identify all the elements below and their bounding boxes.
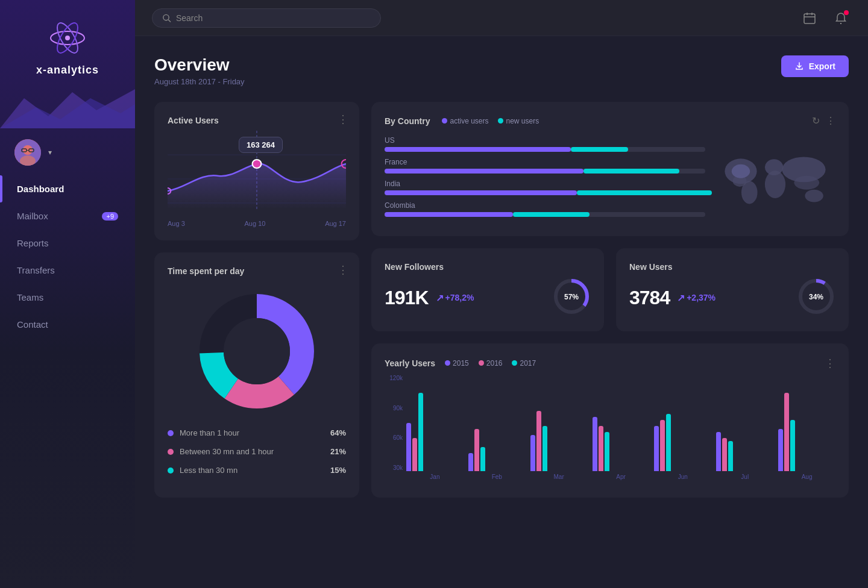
country-bar-active-india (385, 190, 577, 195)
country-bar-active-us (385, 147, 571, 152)
bar-mar-2016 (536, 411, 541, 471)
new-followers-value: 191K (385, 287, 429, 309)
new-users-card: New Users 3784 ↗ +2,37% (616, 248, 849, 331)
bar-group-aug (778, 393, 835, 471)
yearly-users-title: Yearly Users (385, 358, 435, 368)
new-followers-title: New Followers (385, 262, 444, 272)
new-users-value: 3784 (629, 287, 670, 309)
followers-ring-chart: 57% (552, 277, 591, 316)
svg-point-24 (253, 160, 262, 168)
legend-dot-pink (168, 449, 174, 455)
country-bar-track-france (385, 169, 705, 174)
bar-group-mar (530, 411, 588, 471)
users-ring-chart: 34% (797, 277, 835, 316)
country-name-france: France (385, 158, 705, 166)
active-users-card: Active Users ⋮ 163 264 (154, 102, 359, 240)
bar-jun-2016 (660, 420, 665, 471)
bar-feb-2015 (468, 453, 473, 471)
page-title: Overview (154, 55, 245, 75)
bar-feb-2017 (480, 447, 485, 471)
x-label-feb: Feb (468, 474, 526, 480)
sidebar-item-mailbox[interactable]: Mailbox +9 (0, 202, 135, 230)
user-avatar-section[interactable]: ▾ (0, 128, 135, 170)
header (135, 0, 868, 36)
notifications-button[interactable] (831, 8, 851, 28)
legend-pct-2: 15% (330, 466, 346, 475)
sidebar-item-teams[interactable]: Teams (0, 284, 135, 311)
svg-point-30 (224, 318, 290, 384)
svg-point-39 (732, 164, 750, 178)
calendar-button[interactable] (799, 8, 820, 28)
world-map (715, 136, 835, 223)
bar-apr-2015 (593, 417, 597, 471)
bar-aug-2017 (790, 420, 795, 471)
search-input[interactable] (176, 13, 371, 23)
svg-line-13 (168, 19, 171, 22)
country-bar-active-france (385, 169, 583, 174)
bar-group-apr (593, 417, 650, 471)
search-bar[interactable] (152, 8, 381, 28)
header-icons (799, 8, 851, 28)
sidebar-item-reports[interactable]: Reports (0, 230, 135, 257)
by-country-inner: US France (385, 136, 835, 223)
country-bar-track-india (385, 190, 705, 195)
sidebar-item-label: Teams (17, 292, 43, 302)
country-bar-active-colombia (385, 212, 513, 217)
x-label-apr: Apr (593, 474, 650, 480)
country-row-colombia: Colombia (385, 201, 705, 217)
time-spent-title: Time spent per day (168, 266, 244, 276)
bar-apr-2017 (605, 432, 609, 471)
sidebar-item-dashboard[interactable]: Dashboard (0, 175, 135, 202)
country-row-us: US (385, 136, 705, 152)
sidebar-brand: x-analytics (0, 0, 135, 86)
calendar-icon (803, 11, 816, 25)
legend-pct-0: 64% (330, 428, 346, 437)
x-label-mar: Mar (530, 474, 588, 480)
by-country-refresh-icon[interactable]: ↻ (812, 115, 820, 127)
yearly-chart-container: 120k 90k 60k 30k (385, 375, 835, 480)
content: Overview August 18th 2017 - Friday Expor… (135, 36, 868, 588)
country-bar-track-colombia (385, 212, 705, 217)
country-bars: US France (385, 136, 705, 223)
sidebar-item-contact[interactable]: Contact (0, 311, 135, 338)
bar-jul-2015 (716, 432, 721, 471)
page-header: Overview August 18th 2017 - Friday (154, 55, 245, 86)
new-followers-change: ↗ +78,2% (436, 292, 474, 304)
country-bar-new-colombia (513, 212, 590, 217)
by-country-menu-icon[interactable]: ⋮ (826, 115, 835, 127)
time-spent-menu-icon[interactable]: ⋮ (338, 263, 348, 277)
new-users-ring: 34% (797, 277, 835, 318)
sidebar-item-transfers[interactable]: Transfers (0, 257, 135, 284)
sidebar-nav: Dashboard Mailbox +9 Reports Transfers T… (0, 170, 135, 588)
svg-rect-14 (804, 14, 815, 23)
user-chevron-icon: ▾ (48, 148, 52, 157)
legend-item-1: Between 30 mn and 1 hour 21% (168, 447, 346, 456)
bar-feb-2016 (474, 429, 479, 471)
country-name-colombia: Colombia (385, 201, 705, 210)
export-button[interactable]: Export (781, 55, 849, 77)
donut-chart (197, 291, 317, 411)
active-users-title: Active Users (168, 116, 219, 125)
yearly-menu-icon[interactable]: ⋮ (825, 357, 835, 370)
legend-label-2: Less than 30 mn (180, 466, 237, 475)
donut-legend: More than 1 hour 64% Between 30 mn and 1… (168, 428, 346, 475)
by-country-title: By Country (385, 116, 430, 126)
bar-jun-2017 (666, 414, 671, 471)
sidebar: x-analytics ▾ Dashboard Mailbox (0, 0, 135, 588)
sidebar-item-label: Contact (17, 319, 48, 330)
bar-aug-2016 (784, 393, 789, 471)
users-ring-label: 34% (809, 293, 823, 301)
bar-jan-2017 (418, 393, 423, 471)
notification-dot (844, 10, 849, 15)
legend-label-1: Between 30 mn and 1 hour (180, 447, 274, 456)
new-users-change: ↗ +2,37% (677, 292, 715, 304)
page-subtitle: August 18th 2017 - Friday (154, 77, 245, 86)
export-icon (794, 61, 804, 71)
country-row-india: India (385, 180, 705, 195)
active-users-menu-icon[interactable]: ⋮ (338, 113, 348, 126)
dashboard-grid: Active Users ⋮ 163 264 (154, 102, 849, 498)
country-row-france: France (385, 158, 705, 174)
country-bar-new-france (583, 169, 680, 174)
date-aug17: Aug 17 (325, 220, 346, 227)
new-users-title: New Users (629, 262, 673, 272)
